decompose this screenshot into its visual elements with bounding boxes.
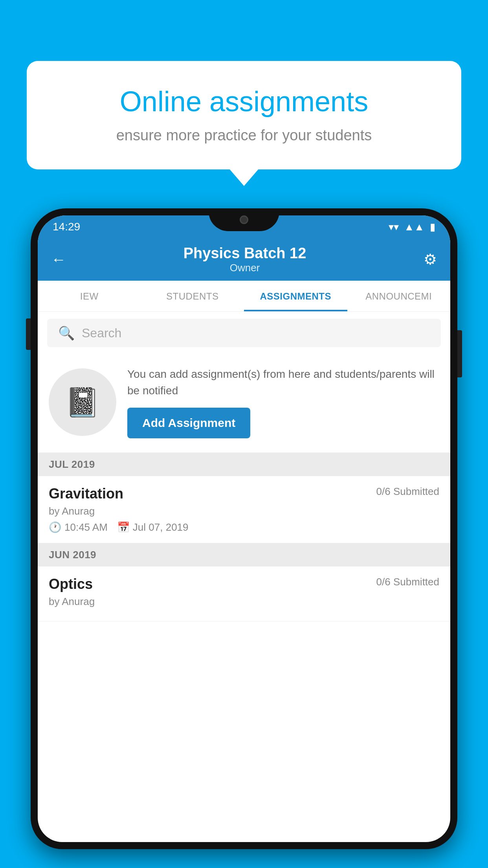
calendar-icon: 📅: [117, 521, 130, 533]
wifi-icon: ▾▾: [389, 221, 399, 233]
promo-text: You can add assignment(s) from here and …: [127, 366, 439, 399]
section-label-jul: JUL 2019: [49, 458, 95, 470]
phone-frame: 14:29 ▾▾ ▲▲ ▮ ← Physics Batch 12 Owner ⚙…: [31, 208, 457, 849]
screen-content: 🔍 Search 📓 You can add assignment(s) fro…: [38, 312, 450, 842]
meta-date: 📅 Jul 07, 2019: [117, 521, 189, 533]
tab-announcements[interactable]: ANNOUNCEMI: [347, 281, 451, 311]
submitted-badge-optics: 0/6 Submitted: [376, 576, 439, 588]
signal-icon: ▲▲: [404, 221, 424, 233]
status-icons: ▾▾ ▲▲ ▮: [389, 221, 435, 233]
bubble-title: Online assignments: [54, 85, 434, 118]
tab-iew[interactable]: IEW: [38, 281, 141, 311]
header-subtitle: Owner: [183, 262, 306, 274]
assignment-item-optics[interactable]: Optics 0/6 Submitted by Anurag: [38, 566, 450, 622]
section-label-jun: JUN 2019: [49, 549, 96, 561]
assignment-row-top-optics: Optics 0/6 Submitted: [49, 576, 439, 592]
battery-icon: ▮: [430, 221, 435, 233]
assignment-name-optics: Optics: [49, 576, 93, 592]
assignment-meta-gravitation: 🕐 10:45 AM 📅 Jul 07, 2019: [49, 521, 439, 533]
section-jun-2019: JUN 2019: [38, 543, 450, 566]
speech-bubble-container: Online assignments ensure more practice …: [27, 61, 461, 169]
assignment-row-top: Gravitation 0/6 Submitted: [49, 485, 439, 502]
assignment-time: 10:45 AM: [64, 521, 108, 533]
tab-students[interactable]: STUDENTS: [141, 281, 244, 311]
speech-bubble: Online assignments ensure more practice …: [27, 61, 461, 169]
notebook-icon: 📓: [65, 386, 100, 419]
header-title: Physics Batch 12: [183, 245, 306, 262]
assignment-name-gravitation: Gravitation: [49, 485, 123, 502]
phone-notch: [209, 208, 279, 231]
status-time: 14:29: [53, 221, 80, 233]
promo-content: You can add assignment(s) from here and …: [127, 366, 439, 438]
search-container: 🔍 Search: [38, 312, 450, 354]
notebook-icon-wrap: 📓: [49, 368, 116, 436]
phone-container: 14:29 ▾▾ ▲▲ ▮ ← Physics Batch 12 Owner ⚙…: [31, 208, 457, 868]
submitted-badge-gravitation: 0/6 Submitted: [376, 485, 439, 498]
add-assignment-button[interactable]: Add Assignment: [127, 408, 250, 438]
clock-icon: 🕐: [49, 521, 61, 533]
assignment-by-gravitation: by Anurag: [49, 505, 439, 517]
app-header: ← Physics Batch 12 Owner ⚙: [38, 238, 450, 281]
header-center: Physics Batch 12 Owner: [183, 245, 306, 274]
assignment-by-optics: by Anurag: [49, 596, 439, 608]
promo-block: 📓 You can add assignment(s) from here an…: [38, 354, 450, 453]
bubble-subtitle: ensure more practice for your students: [54, 127, 434, 144]
search-icon: 🔍: [58, 325, 75, 341]
settings-button[interactable]: ⚙: [424, 251, 437, 268]
assignment-item-gravitation[interactable]: Gravitation 0/6 Submitted by Anurag 🕐 10…: [38, 476, 450, 543]
back-button[interactable]: ←: [51, 251, 66, 268]
tabs-bar: IEW STUDENTS ASSIGNMENTS ANNOUNCEMI: [38, 281, 450, 312]
phone-screen: 14:29 ▾▾ ▲▲ ▮ ← Physics Batch 12 Owner ⚙…: [38, 215, 450, 842]
assignment-date: Jul 07, 2019: [133, 521, 189, 533]
tab-assignments[interactable]: ASSIGNMENTS: [244, 281, 347, 311]
search-placeholder: Search: [82, 326, 121, 340]
section-jul-2019: JUL 2019: [38, 453, 450, 476]
meta-time: 🕐 10:45 AM: [49, 521, 108, 533]
search-bar[interactable]: 🔍 Search: [47, 319, 441, 347]
notch-camera: [240, 215, 248, 224]
